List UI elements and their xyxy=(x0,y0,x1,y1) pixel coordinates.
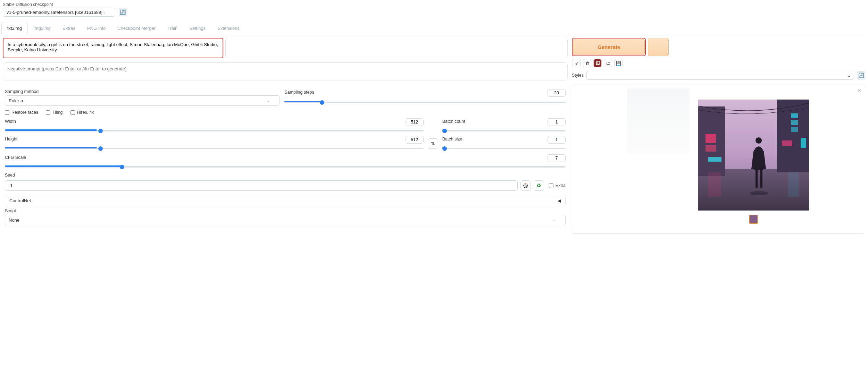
script-select[interactable]: None ⌄ xyxy=(5,215,566,225)
refresh-checkpoints-button[interactable]: 🔄 xyxy=(119,8,127,16)
tab-pnginfo[interactable]: PNG Info xyxy=(81,22,111,34)
batch-count-value[interactable] xyxy=(548,118,566,126)
card-icon: 🖼 xyxy=(595,61,600,66)
cfg-label: CFG Scale xyxy=(5,155,26,160)
save-button[interactable]: 💾 xyxy=(614,59,623,67)
script-value: None xyxy=(9,217,19,223)
open-folder-button[interactable]: 🗂 xyxy=(604,59,612,67)
save-icon: 💾 xyxy=(616,61,621,66)
negative-prompt-input[interactable] xyxy=(3,62,568,80)
tab-img2img[interactable]: img2img xyxy=(28,22,57,34)
chevron-down-icon: ⌄ xyxy=(847,73,851,78)
random-seed-button[interactable]: 🎲 xyxy=(520,180,531,191)
styles-label: Styles xyxy=(572,73,584,78)
script-label: Script xyxy=(5,208,566,213)
sampling-method-value: Euler a xyxy=(9,98,23,103)
trash-icon: 🗑 xyxy=(585,61,590,66)
svg-rect-16 xyxy=(788,172,799,197)
svg-point-17 xyxy=(750,191,768,195)
gallery-thumbnail[interactable] xyxy=(749,215,758,224)
height-slider[interactable] xyxy=(5,148,424,149)
tab-txt2img[interactable]: txt2img xyxy=(1,22,28,34)
tiling-checkbox[interactable]: Tiling xyxy=(46,110,62,115)
checkpoint-select[interactable]: v1-5-pruned-emaonly.safetensors [6ce0161… xyxy=(3,8,115,17)
seed-extra-checkbox[interactable]: Extra xyxy=(549,183,566,188)
seed-input[interactable] xyxy=(5,180,518,191)
checkpoint-label: Stable Diffusion checkpoint xyxy=(3,2,865,7)
chevron-down-icon: ⌄ xyxy=(102,10,106,15)
batch-count-label: Batch count xyxy=(442,119,465,124)
batch-count-slider[interactable] xyxy=(442,130,566,131)
sampling-steps-label: Sampling steps xyxy=(284,90,314,95)
controlnet-panel[interactable]: ControlNet ◀ xyxy=(5,195,566,206)
svg-rect-13 xyxy=(756,168,758,188)
sampling-method-select[interactable]: Euler a ⌄ xyxy=(5,95,279,106)
swap-icon: ⇅ xyxy=(431,141,435,146)
batch-size-label: Batch size xyxy=(442,137,462,142)
arrow-icon: ↙ xyxy=(575,61,579,66)
svg-rect-8 xyxy=(791,120,798,125)
output-image[interactable] xyxy=(698,100,809,211)
sampling-steps-slider[interactable] xyxy=(284,102,566,103)
close-preview-button[interactable]: ✕ xyxy=(857,88,861,93)
svg-rect-10 xyxy=(782,140,792,146)
chevron-down-icon: ⌄ xyxy=(267,98,270,103)
sampling-method-label: Sampling method xyxy=(5,89,279,94)
extra-networks-button[interactable]: 🖼 xyxy=(593,59,602,67)
batch-size-slider[interactable] xyxy=(442,148,566,149)
batch-size-value[interactable] xyxy=(548,136,566,144)
width-label: Width xyxy=(5,119,16,124)
restore-faces-checkbox[interactable]: Restore faces xyxy=(5,110,38,115)
refresh-styles-button[interactable]: 🔄 xyxy=(857,71,865,79)
svg-rect-9 xyxy=(791,127,798,132)
cyberpunk-image-content xyxy=(698,100,809,211)
reuse-seed-button[interactable]: ♻ xyxy=(534,180,544,191)
svg-rect-5 xyxy=(708,157,721,162)
generate-aux-button[interactable] xyxy=(648,38,669,56)
collapse-icon: ◀ xyxy=(558,198,561,203)
tab-checkpoint-merger[interactable]: Checkpoint Merger xyxy=(111,22,161,34)
cfg-value[interactable] xyxy=(548,154,566,162)
tab-train[interactable]: Train xyxy=(161,22,183,34)
svg-rect-7 xyxy=(791,113,798,118)
sampling-steps-value[interactable] xyxy=(548,89,566,97)
height-label: Height xyxy=(5,137,17,142)
width-slider[interactable] xyxy=(5,130,424,131)
styles-select[interactable]: ⌄ xyxy=(586,71,854,80)
generate-button[interactable]: Generate xyxy=(573,39,645,55)
svg-rect-15 xyxy=(708,172,721,197)
refresh-icon: 🔄 xyxy=(858,72,864,78)
main-tabs: txt2img img2img Extras PNG Info Checkpoi… xyxy=(1,22,867,34)
width-value[interactable] xyxy=(406,118,424,126)
output-gallery: ✕ xyxy=(572,85,865,234)
svg-rect-14 xyxy=(760,168,762,188)
send-to-button[interactable]: ↙ xyxy=(573,59,581,67)
cfg-slider[interactable] xyxy=(5,166,566,168)
controlnet-label: ControlNet xyxy=(9,198,31,203)
seed-label: Seed xyxy=(5,173,566,178)
recycle-icon: ♻ xyxy=(536,182,541,189)
tab-settings[interactable]: Settings xyxy=(183,22,211,34)
preview-thumbnail-ghost xyxy=(627,88,690,154)
checkpoint-value: v1-5-pruned-emaonly.safetensors [6ce0161… xyxy=(7,10,102,15)
svg-rect-11 xyxy=(801,138,806,148)
svg-point-12 xyxy=(756,137,762,144)
prompt-input-extension[interactable] xyxy=(225,38,568,58)
tab-extensions[interactable]: Extensions xyxy=(211,22,245,34)
dice-icon: 🎲 xyxy=(522,182,529,189)
hires-fix-checkbox[interactable]: Hires. fix xyxy=(70,110,94,115)
folder-icon: 🗂 xyxy=(606,61,610,66)
svg-rect-3 xyxy=(706,134,716,143)
clear-button[interactable]: 🗑 xyxy=(583,59,591,67)
svg-rect-6 xyxy=(777,100,809,172)
tab-extras[interactable]: Extras xyxy=(57,22,81,34)
svg-rect-4 xyxy=(706,145,716,152)
chevron-down-icon: ⌄ xyxy=(553,217,556,222)
prompt-input[interactable] xyxy=(3,38,223,57)
swap-dimensions-button[interactable]: ⇅ xyxy=(428,138,438,149)
height-value[interactable] xyxy=(406,136,424,144)
refresh-icon: 🔄 xyxy=(120,9,126,15)
